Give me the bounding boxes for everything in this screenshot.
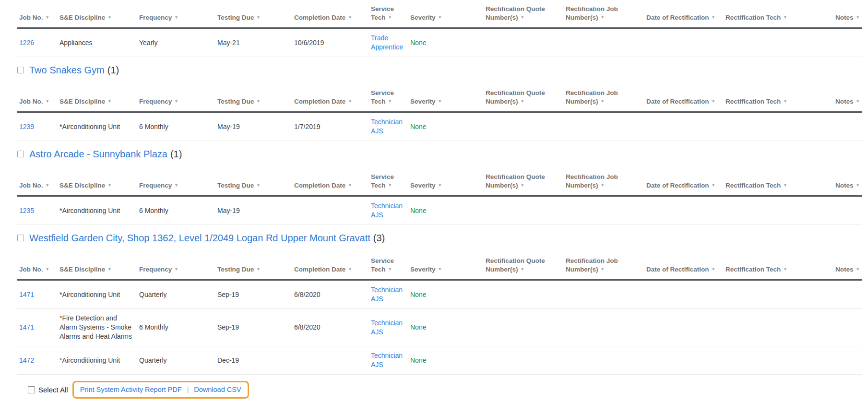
column-header-rect_quote[interactable]: Rectification Quote Number(s)▼	[484, 160, 564, 196]
cell-frequency: 6 Monthly	[137, 112, 215, 141]
column-header-rect_date[interactable]: Date of Rectification▼	[644, 0, 724, 28]
header-row: Job No.▼S&E Discipline▼Frequency▼Testing…	[17, 160, 862, 196]
cell-rect_quote	[484, 346, 564, 375]
sort-arrow-icon: ▼	[521, 181, 524, 189]
column-header-rect_tech[interactable]: Rectification Tech▼	[724, 76, 814, 112]
column-header-discipline[interactable]: S&E Discipline▼	[58, 0, 137, 28]
site-group-checkbox[interactable]	[17, 151, 24, 157]
column-header-rect_job[interactable]: Rectification Job Number(s)▼	[564, 0, 644, 28]
service-tech-link[interactable]: Technician AJS	[371, 319, 403, 336]
column-header-label: S&E Discipline	[59, 266, 105, 273]
cell-rect_job	[564, 346, 644, 375]
job-number-link[interactable]: 1226	[19, 39, 34, 47]
column-header-rect_quote[interactable]: Rectification Quote Number(s)▼	[484, 0, 564, 28]
column-header-rect_job[interactable]: Rectification Job Number(s)▼	[564, 76, 644, 112]
column-header-completion_date[interactable]: Completion Date▼	[292, 76, 369, 112]
cell-discipline: *Fire Detection and Alarm Systems - Smok…	[58, 309, 137, 346]
column-header-frequency[interactable]: Frequency▼	[137, 244, 215, 280]
column-header-label: Date of Rectification	[646, 14, 709, 21]
site-group-link[interactable]: Two Snakes Gym	[29, 65, 105, 76]
column-header-severity[interactable]: Severity▼	[408, 76, 484, 112]
sort-arrow-icon: ▼	[388, 265, 392, 273]
column-header-notes[interactable]: Notes▼	[814, 160, 862, 196]
severity-value: None	[410, 291, 426, 298]
table-row: 1472*Airconditioning UnitQuarterlyDec-19…	[17, 346, 862, 375]
column-header-frequency[interactable]: Frequency▼	[137, 76, 215, 112]
column-header-notes[interactable]: Notes▼	[814, 0, 862, 28]
sort-arrow-icon: ▼	[388, 181, 392, 189]
cell-rect_date	[644, 112, 724, 141]
column-header-rect_quote[interactable]: Rectification Quote Number(s)▼	[484, 244, 564, 280]
column-header-service_tech[interactable]: Service Tech▼	[369, 244, 408, 280]
column-header-rect_job[interactable]: Rectification Job Number(s)▼	[564, 244, 644, 280]
column-header-completion_date[interactable]: Completion Date▼	[292, 244, 369, 280]
service-tech-link[interactable]: Technician AJS	[371, 286, 403, 303]
job-number-link[interactable]: 1472	[19, 356, 34, 364]
column-header-label: Severity	[410, 14, 436, 21]
column-header-label: Job No.	[19, 98, 43, 105]
column-header-service_tech[interactable]: Service Tech▼	[369, 0, 408, 28]
column-header-severity[interactable]: Severity▼	[408, 244, 484, 280]
column-header-rect_date[interactable]: Date of Rectification▼	[644, 160, 724, 196]
column-header-label: Severity	[410, 98, 436, 105]
column-header-discipline[interactable]: S&E Discipline▼	[58, 76, 137, 112]
column-header-testing_due[interactable]: Testing Due▼	[215, 76, 292, 112]
column-header-job_no[interactable]: Job No.▼	[17, 76, 58, 112]
sort-arrow-icon: ▼	[438, 97, 442, 106]
select-all-checkbox[interactable]	[28, 386, 35, 393]
column-header-frequency[interactable]: Frequency▼	[137, 160, 215, 196]
cell-frequency: 6 Monthly	[137, 309, 215, 346]
jobs-table: Job No.▼S&E Discipline▼Frequency▼Testing…	[17, 0, 862, 57]
column-header-notes[interactable]: Notes▼	[814, 244, 862, 280]
column-header-label: Rectification Tech	[725, 98, 781, 105]
column-header-rect_tech[interactable]: Rectification Tech▼	[724, 0, 814, 28]
column-header-discipline[interactable]: S&E Discipline▼	[58, 244, 137, 280]
column-header-label: Completion Date	[294, 14, 345, 21]
cell-value: 10/6/2019	[294, 39, 324, 47]
column-header-service_tech[interactable]: Service Tech▼	[369, 76, 408, 112]
print-system-activity-report-pdf-link[interactable]: Print System Activity Report PDF	[80, 386, 182, 393]
service-tech-link[interactable]: Technician AJS	[371, 118, 403, 135]
column-header-testing_due[interactable]: Testing Due▼	[215, 0, 292, 28]
column-header-rect_tech[interactable]: Rectification Tech▼	[724, 244, 814, 280]
service-tech-link[interactable]: Technician AJS	[371, 202, 403, 219]
column-header-testing_due[interactable]: Testing Due▼	[215, 244, 292, 280]
job-number-link[interactable]: 1471	[19, 291, 34, 298]
column-header-severity[interactable]: Severity▼	[408, 0, 484, 28]
column-header-notes[interactable]: Notes▼	[814, 76, 862, 112]
site-group-section: Westfield Garden City, Shop 1362, Level …	[0, 232, 868, 375]
column-header-rect_date[interactable]: Date of Rectification▼	[644, 76, 724, 112]
column-header-job_no[interactable]: Job No.▼	[17, 160, 58, 196]
column-header-frequency[interactable]: Frequency▼	[137, 0, 215, 28]
cell-value: 6 Monthly	[139, 123, 168, 130]
job-number-link[interactable]: 1471	[19, 323, 34, 331]
column-header-discipline[interactable]: S&E Discipline▼	[58, 160, 137, 196]
column-header-completion_date[interactable]: Completion Date▼	[292, 0, 369, 28]
site-group-link[interactable]: Westfield Garden City, Shop 1362, Level …	[29, 233, 370, 244]
column-header-job_no[interactable]: Job No.▼	[17, 0, 58, 28]
column-header-completion_date[interactable]: Completion Date▼	[292, 160, 369, 196]
column-header-rect_job[interactable]: Rectification Job Number(s)▼	[564, 160, 644, 196]
select-all-label: Select All	[38, 386, 68, 394]
column-header-severity[interactable]: Severity▼	[408, 160, 484, 196]
site-group-heading: Westfield Garden City, Shop 1362, Level …	[17, 232, 868, 244]
column-header-rect_quote[interactable]: Rectification Quote Number(s)▼	[484, 76, 564, 112]
service-tech-link[interactable]: Technician AJS	[371, 352, 403, 368]
column-header-job_no[interactable]: Job No.▼	[17, 244, 58, 280]
job-number-link[interactable]: 1235	[19, 207, 34, 214]
column-header-label: Testing Due	[217, 98, 254, 105]
column-header-service_tech[interactable]: Service Tech▼	[369, 160, 408, 196]
column-header-label: Severity	[410, 266, 436, 273]
column-header-label: Frequency	[139, 98, 172, 105]
download-csv-link[interactable]: Download CSV	[194, 386, 241, 393]
site-group-checkbox[interactable]	[17, 235, 24, 241]
site-group-link[interactable]: Astro Arcade - Sunnybank Plaza	[29, 149, 167, 160]
site-group-checkbox[interactable]	[17, 67, 24, 73]
column-header-rect_date[interactable]: Date of Rectification▼	[644, 244, 724, 280]
column-header-rect_tech[interactable]: Rectification Tech▼	[724, 160, 814, 196]
cell-rect_quote	[484, 196, 564, 225]
service-tech-link[interactable]: Trade Apprentice	[371, 34, 403, 51]
cell-job_no: 1226	[17, 28, 58, 57]
column-header-testing_due[interactable]: Testing Due▼	[215, 160, 292, 196]
job-number-link[interactable]: 1239	[19, 123, 34, 130]
